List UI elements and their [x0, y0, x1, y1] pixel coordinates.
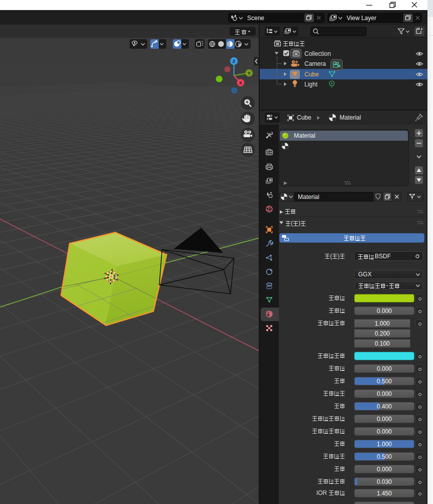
- svg-text:Y: Y: [248, 70, 251, 76]
- svg-text:Z: Z: [233, 58, 236, 64]
- svg-text:X: X: [239, 80, 243, 85]
